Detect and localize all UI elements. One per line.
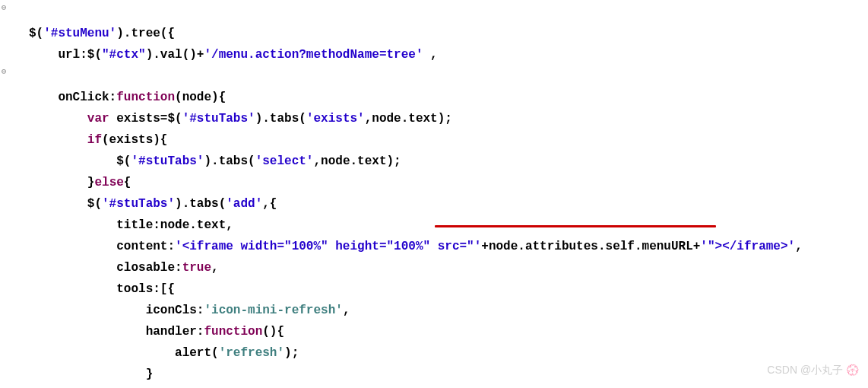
code-string: '#stuTabs'	[182, 112, 255, 126]
emphasis-underline	[435, 225, 716, 227]
code-token: (){	[262, 325, 284, 339]
code-string: '"></iframe>'	[700, 240, 795, 253]
code-token: content:	[116, 240, 175, 253]
code-token: );	[284, 346, 299, 360]
code-token: $(	[87, 197, 102, 211]
code-block: $('#stuMenu').tree({ url:$("#ctx").val()…	[0, 0, 868, 388]
code-token: url:$(	[58, 48, 102, 62]
code-token: (node){	[175, 91, 226, 104]
code-keyword: true	[182, 261, 211, 275]
code-token: ,	[795, 240, 803, 253]
fold-marker: ⊖	[2, 68, 9, 76]
code-keyword: if	[87, 133, 102, 147]
code-string: 'icon-mini-refresh'	[204, 304, 342, 317]
code-keyword: function	[116, 91, 175, 104]
code-keyword: function	[204, 325, 262, 339]
code-string: "#ctx"	[102, 48, 146, 62]
code-string: '#stuTabs'	[131, 154, 204, 168]
code-token: tools:[{	[116, 282, 175, 296]
code-keyword: else	[94, 176, 123, 189]
code-token: iconCls:	[146, 304, 204, 317]
code-token: onClick:	[58, 91, 116, 104]
code-token: ).val()+	[146, 48, 204, 62]
code-token: exists=$(	[109, 112, 182, 126]
code-string: 'add'	[226, 197, 262, 211]
code-token: ,	[211, 261, 219, 275]
code-token: ,	[343, 304, 350, 317]
code-token: (exists){	[102, 133, 167, 147]
code-token: }	[146, 367, 154, 381]
code-token: ).tabs(	[175, 197, 226, 211]
code-token: alert(	[175, 346, 219, 360]
fold-marker: ⊖	[2, 5, 9, 12]
code-token: handler:	[146, 325, 204, 339]
code-token: ).tabs(	[204, 154, 255, 168]
code-string: '#stuTabs'	[102, 197, 175, 211]
code-string: 'exists'	[306, 112, 365, 126]
code-token: ,	[423, 48, 437, 62]
code-string: '/menu.action?methodName=tree'	[204, 48, 423, 62]
code-string: '<iframe width="100%" height="100%" src=…	[175, 240, 481, 253]
code-keyword: var	[87, 112, 109, 126]
code-token: $(	[116, 154, 131, 168]
code-token: ).tabs(	[255, 112, 306, 126]
code-token: ,node.text);	[365, 112, 452, 126]
code-token: title:node.text,	[116, 218, 233, 232]
code-string: 'select'	[255, 154, 314, 168]
code-token: +node.attributes.self.menuURL+	[481, 240, 700, 253]
code-string: 'refresh'	[219, 346, 284, 360]
code-string: '#stuMenu'	[43, 27, 116, 40]
code-token: ,node.text);	[313, 154, 401, 168]
code-token: ,{	[262, 197, 277, 211]
code-token: {	[124, 176, 131, 189]
watermark: CSDN @小丸子 💮	[767, 359, 859, 380]
code-token: $(	[29, 27, 43, 40]
code-token: }	[87, 176, 95, 189]
code-token: closable:	[116, 261, 182, 275]
code-token: ).tree({	[116, 27, 175, 40]
